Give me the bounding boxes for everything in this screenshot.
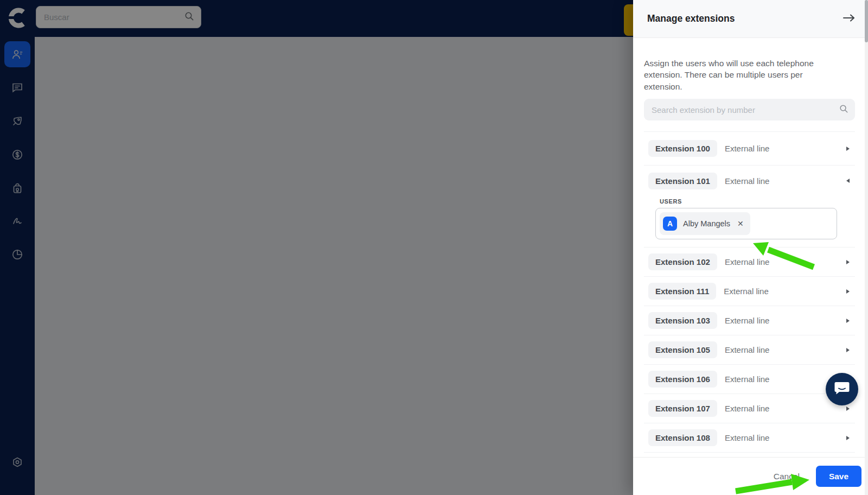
avatar: A xyxy=(663,217,677,231)
extension-type: External line xyxy=(725,345,770,354)
panel-description: Assign the users who will use each telep… xyxy=(644,58,824,92)
remove-user-icon[interactable]: ✕ xyxy=(737,219,744,228)
extension-row-100[interactable]: Extension 100 External line xyxy=(644,132,855,166)
panel-title: Manage extensions xyxy=(647,13,735,24)
chevron-right-icon[interactable] xyxy=(846,319,850,323)
extension-row-107[interactable]: Extension 107 External line xyxy=(644,394,855,423)
extension-badge: Extension 108 xyxy=(648,429,717,446)
extension-list: Extension 100 External line Extension 10… xyxy=(644,131,855,453)
extension-type: External line xyxy=(724,287,769,296)
manage-extensions-panel: Manage extensions Assign the users who w… xyxy=(633,0,868,495)
chevron-right-icon[interactable] xyxy=(846,407,850,411)
extension-badge: Extension 100 xyxy=(648,140,717,157)
panel-footer: Cancel Save xyxy=(633,457,868,495)
extension-row-105[interactable]: Extension 105 External line xyxy=(644,335,855,365)
cancel-button[interactable]: Cancel xyxy=(774,472,800,481)
save-button[interactable]: Save xyxy=(816,466,861,487)
extension-row-101[interactable]: Extension 101 External line xyxy=(644,166,855,196)
extension-type: External line xyxy=(725,176,770,186)
extension-type: External line xyxy=(725,144,770,153)
backdrop-overlay[interactable] xyxy=(0,0,633,495)
search-icon xyxy=(839,104,848,116)
extension-badge: Extension 111 xyxy=(648,283,716,300)
chevron-left-icon[interactable] xyxy=(846,179,850,183)
extension-row-106[interactable]: Extension 106 External line xyxy=(644,365,855,394)
extension-badge: Extension 107 xyxy=(648,400,717,417)
chevron-right-icon[interactable] xyxy=(846,436,850,440)
extension-type: External line xyxy=(725,375,770,384)
extension-type: External line xyxy=(725,433,770,442)
panel-header: Manage extensions xyxy=(633,0,868,38)
extension-badge: Extension 102 xyxy=(648,253,717,270)
extension-row-103[interactable]: Extension 103 External line xyxy=(644,306,855,335)
chevron-right-icon[interactable] xyxy=(846,348,850,352)
extension-type: External line xyxy=(725,316,770,325)
extension-101-users-section: USERS A Alby Mangels ✕ xyxy=(644,196,855,248)
extension-search-input[interactable] xyxy=(652,105,839,115)
chevron-right-icon[interactable] xyxy=(846,260,850,264)
scrollbar-thumb[interactable] xyxy=(865,0,868,42)
chat-bubble-icon xyxy=(834,380,850,398)
extension-row-108[interactable]: Extension 108 External line xyxy=(644,423,855,453)
extension-type: External line xyxy=(725,257,770,266)
extension-search[interactable] xyxy=(644,99,855,120)
scrollbar-track[interactable] xyxy=(865,0,868,495)
extension-badge: Extension 103 xyxy=(648,312,717,329)
users-multiselect[interactable]: A Alby Mangels ✕ xyxy=(655,208,837,239)
app-window: ↙ Incoming calls 0 0% of the calls ↗ Out… xyxy=(0,0,868,495)
extension-type: External line xyxy=(725,404,770,413)
extension-row-111[interactable]: Extension 111 External line xyxy=(644,277,855,306)
extension-row-102[interactable]: Extension 102 External line xyxy=(644,248,855,277)
extension-badge: Extension 106 xyxy=(648,371,717,388)
users-label: USERS xyxy=(660,198,837,205)
extension-badge: Extension 101 xyxy=(648,173,717,189)
user-chip-name: Alby Mangels xyxy=(683,219,730,228)
chevron-right-icon[interactable] xyxy=(846,289,850,294)
collapse-arrow-icon[interactable] xyxy=(842,13,856,25)
user-chip: A Alby Mangels ✕ xyxy=(660,212,750,235)
extension-badge: Extension 105 xyxy=(648,341,717,358)
chat-launcher-button[interactable] xyxy=(826,373,858,405)
chevron-right-icon[interactable] xyxy=(846,147,850,151)
